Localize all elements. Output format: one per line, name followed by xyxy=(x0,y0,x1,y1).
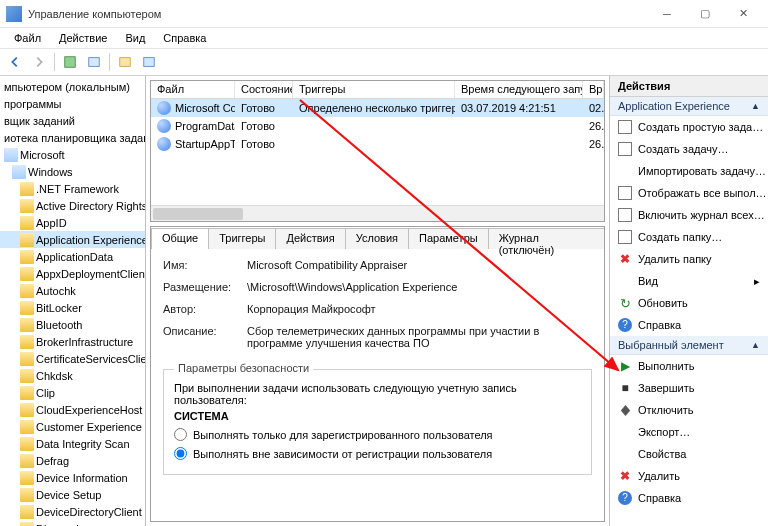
task-icon xyxy=(157,119,171,133)
close-button[interactable]: ✕ xyxy=(724,0,762,28)
toolbar-btn-1[interactable] xyxy=(59,51,81,73)
col-lastrun[interactable]: Время п xyxy=(583,81,604,98)
toolbar-btn-4[interactable] xyxy=(138,51,160,73)
tree-item[interactable]: Customer Experience Impro xyxy=(0,418,145,435)
action-item[interactable]: ■Завершить xyxy=(610,377,768,399)
tree-item[interactable]: Clip xyxy=(0,384,145,401)
tree-item[interactable]: Bluetooth xyxy=(0,316,145,333)
menu-action[interactable]: Действие xyxy=(51,30,115,46)
action-icon: ■ xyxy=(618,381,632,395)
tree-item[interactable]: Device Setup xyxy=(0,486,145,503)
action-item[interactable]: Экспорт… xyxy=(610,421,768,443)
tab-triggers[interactable]: Триггеры xyxy=(208,228,276,249)
value-loc: \Microsoft\Windows\Application Experienc… xyxy=(247,281,592,293)
radio-any[interactable] xyxy=(174,447,187,460)
collapse-icon: ▲ xyxy=(751,101,760,111)
app-icon xyxy=(6,6,22,22)
back-button[interactable] xyxy=(4,51,26,73)
cell-file: Microsoft Co… xyxy=(151,101,235,115)
action-icon xyxy=(618,186,632,200)
action-item[interactable]: ?Справка xyxy=(610,487,768,509)
action-item[interactable]: ✖Удалить папку xyxy=(610,248,768,270)
col-nextrun[interactable]: Время следующего запуска xyxy=(455,81,583,98)
tree-node-microsoft[interactable]: Microsoft xyxy=(0,146,145,163)
tree-item-label: DeviceDirectoryClient xyxy=(36,506,142,518)
tree-item[interactable]: DeviceDirectoryClient xyxy=(0,503,145,520)
tree-item[interactable]: Data Integrity Scan xyxy=(0,435,145,452)
col-file[interactable]: Файл xyxy=(151,81,235,98)
action-item[interactable]: Вид▸ xyxy=(610,270,768,292)
radio-logged-on[interactable] xyxy=(174,428,187,441)
folder-icon xyxy=(20,199,34,213)
tree-item[interactable]: Autochk xyxy=(0,282,145,299)
folder-icon xyxy=(20,488,34,502)
tree-root[interactable]: мпьютером (локальным) xyxy=(0,78,145,95)
action-item[interactable]: ▶Выполнить xyxy=(610,355,768,377)
col-state[interactable]: Состояние xyxy=(235,81,293,98)
menu-file[interactable]: Файл xyxy=(6,30,49,46)
tree-node[interactable]: программы xyxy=(0,95,145,112)
tree-item[interactable]: BitLocker xyxy=(0,299,145,316)
minimize-button[interactable]: ─ xyxy=(648,0,686,28)
tree-item-label: CertificateServicesClient xyxy=(36,353,145,365)
action-item[interactable]: ↻Обновить xyxy=(610,292,768,314)
tree-item-label: Customer Experience Impro xyxy=(36,421,145,433)
folder-icon xyxy=(20,437,34,451)
action-item[interactable]: ?Справка xyxy=(610,314,768,336)
task-row[interactable]: Microsoft Co…ГотовоОпределено несколько … xyxy=(151,99,604,117)
folder-icon xyxy=(20,403,34,417)
action-label: Справка xyxy=(638,492,681,504)
submenu-arrow-icon: ▸ xyxy=(754,275,760,288)
action-item[interactable]: Импортировать задачу… xyxy=(610,160,768,182)
task-list[interactable]: Файл Состояние Триггеры Время следующего… xyxy=(150,80,605,222)
tree-item-label: Chkdsk xyxy=(36,370,73,382)
action-item[interactable]: Отображать все выпол… xyxy=(610,182,768,204)
tree-item[interactable]: .NET Framework xyxy=(0,180,145,197)
maximize-button[interactable]: ▢ xyxy=(686,0,724,28)
action-item[interactable]: Отключить xyxy=(610,399,768,421)
toolbar-btn-2[interactable] xyxy=(83,51,105,73)
folder-icon xyxy=(20,216,34,230)
tab-general[interactable]: Общие xyxy=(151,228,209,249)
tree-item[interactable]: Application Experience xyxy=(0,231,145,248)
tab-conditions[interactable]: Условия xyxy=(345,228,409,249)
col-triggers[interactable]: Триггеры xyxy=(293,81,455,98)
tree-item[interactable]: Diagnosis xyxy=(0,520,145,526)
menu-view[interactable]: Вид xyxy=(117,30,153,46)
actions-section-folder[interactable]: Application Experience▲ xyxy=(610,97,768,116)
tree-item[interactable]: Defrag xyxy=(0,452,145,469)
security-legend: Параметры безопасности xyxy=(174,362,313,374)
tree-item[interactable]: BrokerInfrastructure xyxy=(0,333,145,350)
tree-item-label: .NET Framework xyxy=(36,183,119,195)
action-item[interactable]: Свойства xyxy=(610,443,768,465)
task-row[interactable]: ProgramData…Готово26.06.20 xyxy=(151,117,604,135)
tree-item[interactable]: Active Directory Rights Man xyxy=(0,197,145,214)
tree-item[interactable]: CloudExperienceHost xyxy=(0,401,145,418)
menu-help[interactable]: Справка xyxy=(155,30,214,46)
tree-item[interactable]: Device Information xyxy=(0,469,145,486)
tree-item[interactable]: AppxDeploymentClient xyxy=(0,265,145,282)
actions-section-selected[interactable]: Выбранный элемент▲ xyxy=(610,336,768,355)
tree-item[interactable]: ApplicationData xyxy=(0,248,145,265)
action-item[interactable]: Создать задачу… xyxy=(610,138,768,160)
action-icon xyxy=(618,142,632,156)
center-pane: Файл Состояние Триггеры Время следующего… xyxy=(146,76,610,526)
action-item[interactable]: Создать простую зада… xyxy=(610,116,768,138)
action-item[interactable]: Создать папку… xyxy=(610,226,768,248)
horizontal-scrollbar[interactable] xyxy=(151,205,604,221)
toolbar-btn-3[interactable] xyxy=(114,51,136,73)
tree-item[interactable]: CertificateServicesClient xyxy=(0,350,145,367)
tab-actions[interactable]: Действия xyxy=(275,228,345,249)
tree-node[interactable]: вщик заданий xyxy=(0,112,145,129)
tab-settings[interactable]: Параметры xyxy=(408,228,489,249)
tree-node[interactable]: иотека планировщика заданий xyxy=(0,129,145,146)
task-row[interactable]: StartupAppT…Готово26.06.20 xyxy=(151,135,604,153)
tree-item[interactable]: Chkdsk xyxy=(0,367,145,384)
tree-item[interactable]: AppID xyxy=(0,214,145,231)
forward-button[interactable] xyxy=(28,51,50,73)
tree-pane[interactable]: мпьютером (локальным) программы вщик зад… xyxy=(0,76,146,526)
action-item[interactable]: ✖Удалить xyxy=(610,465,768,487)
tab-history[interactable]: Журнал (отключён) xyxy=(488,228,605,249)
action-item[interactable]: Включить журнал всех… xyxy=(610,204,768,226)
tree-node-windows[interactable]: Windows xyxy=(0,163,145,180)
